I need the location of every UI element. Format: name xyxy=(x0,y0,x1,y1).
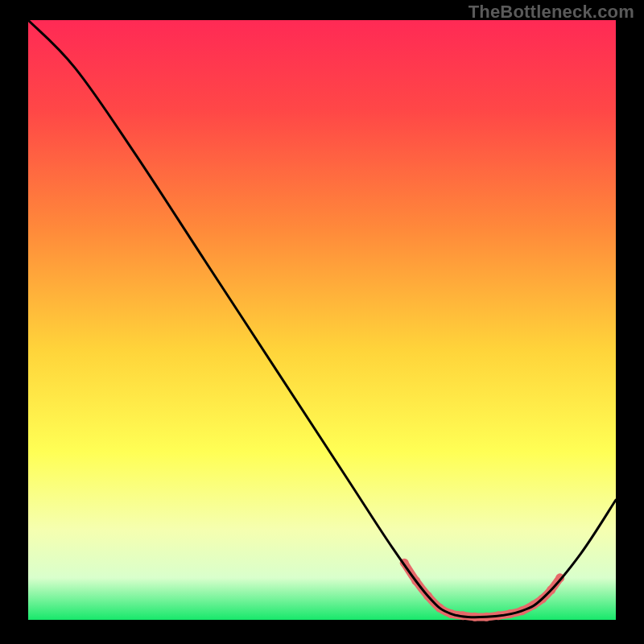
chart-frame: { "watermark": "TheBottleneck.com", "cha… xyxy=(0,0,644,644)
gradient-curve-chart xyxy=(0,0,644,644)
gradient-background xyxy=(28,20,616,620)
watermark-text: TheBottleneck.com xyxy=(469,2,634,23)
